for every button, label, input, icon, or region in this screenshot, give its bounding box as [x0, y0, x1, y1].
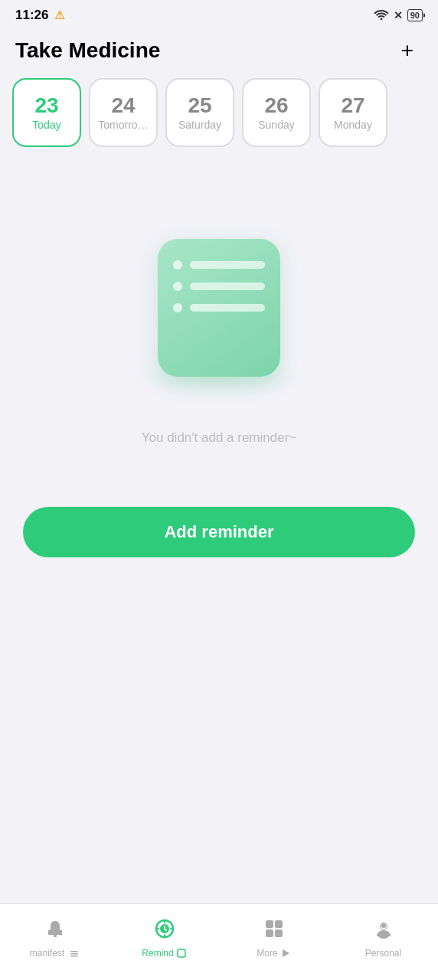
nav-item-personal[interactable]: Personal — [353, 918, 414, 959]
page-title: Take Medicine — [15, 38, 160, 63]
svg-rect-10 — [275, 929, 283, 937]
time-display: 11:26 — [15, 8, 48, 23]
nav-label-remind: Remind — [142, 948, 173, 959]
svg-rect-3 — [70, 956, 78, 957]
add-reminder-button[interactable]: Add reminder — [23, 507, 415, 557]
svg-rect-2 — [70, 953, 78, 955]
svg-rect-8 — [275, 920, 283, 928]
date-number-4: 27 — [341, 94, 364, 118]
date-label-4: Monday — [334, 119, 372, 131]
date-item-4[interactable]: 27 Monday — [319, 78, 387, 147]
date-number-0: 23 — [34, 94, 58, 118]
date-item-1[interactable]: 24 Tomorro… — [89, 78, 158, 147]
date-item-2[interactable]: 25 Saturday — [165, 78, 234, 147]
date-label-0: Today — [32, 119, 60, 131]
date-number-1: 24 — [111, 94, 135, 118]
svg-point-14 — [381, 923, 386, 928]
svg-rect-1 — [70, 951, 78, 952]
svg-point-15 — [378, 933, 389, 939]
empty-state: You didn't add a reminder~ — [0, 178, 438, 492]
date-number-3: 26 — [264, 94, 288, 118]
wifi-icon — [374, 9, 389, 22]
svg-rect-7 — [266, 920, 273, 928]
status-left: 11:26 ⚠ — [15, 8, 64, 23]
date-item-0[interactable]: 23 Today — [12, 78, 81, 147]
status-bar: 11:26 ⚠ ✕ 90 — [0, 0, 438, 28]
doc-row-1 — [173, 260, 265, 270]
doc-dot-1 — [173, 260, 182, 270]
doc-card-icon — [158, 239, 280, 377]
nav-item-remind[interactable]: Remind — [134, 918, 195, 959]
manifest-icon — [44, 918, 66, 945]
bottom-nav: manifest Remind — [0, 903, 438, 980]
date-label-2: Saturday — [178, 119, 221, 131]
date-item-3[interactable]: 26 Sunday — [242, 78, 311, 147]
manifest-sublabel: manifest — [30, 948, 80, 959]
doc-dot-2 — [173, 282, 182, 291]
date-selector: 23 Today 24 Tomorro… 25 Saturday 26 Sund… — [0, 78, 438, 162]
battery-indicator: 90 — [407, 9, 423, 21]
doc-row-2 — [173, 282, 265, 291]
nav-label-more: More — [257, 948, 277, 959]
header: Take Medicine + — [0, 28, 438, 78]
nav-label-personal: Personal — [365, 948, 401, 959]
doc-line-1 — [190, 261, 265, 269]
personal-icon — [373, 918, 394, 945]
add-button[interactable]: + — [392, 35, 423, 66]
doc-line-3 — [190, 304, 265, 312]
more-icon — [263, 918, 285, 945]
empty-illustration — [119, 208, 319, 407]
svg-rect-9 — [266, 929, 273, 937]
svg-marker-11 — [283, 949, 289, 957]
status-right: ✕ 90 — [374, 9, 423, 22]
doc-dot-3 — [173, 303, 182, 312]
nav-label-manifest: manifest — [30, 948, 64, 959]
remind-icon — [154, 918, 175, 945]
date-label-1: Tomorro… — [98, 119, 148, 131]
empty-message: You didn't add a reminder~ — [142, 430, 297, 446]
doc-row-3 — [173, 303, 265, 312]
date-number-2: 25 — [188, 94, 211, 118]
nav-item-more[interactable]: More — [244, 918, 305, 959]
svg-rect-0 — [54, 935, 57, 937]
svg-rect-6 — [178, 949, 185, 957]
warning-icon: ⚠ — [54, 8, 64, 22]
nav-item-manifest[interactable]: manifest — [25, 918, 86, 959]
date-label-3: Sunday — [258, 119, 294, 131]
doc-line-2 — [190, 283, 265, 290]
signal-x-icon: ✕ — [394, 9, 403, 21]
